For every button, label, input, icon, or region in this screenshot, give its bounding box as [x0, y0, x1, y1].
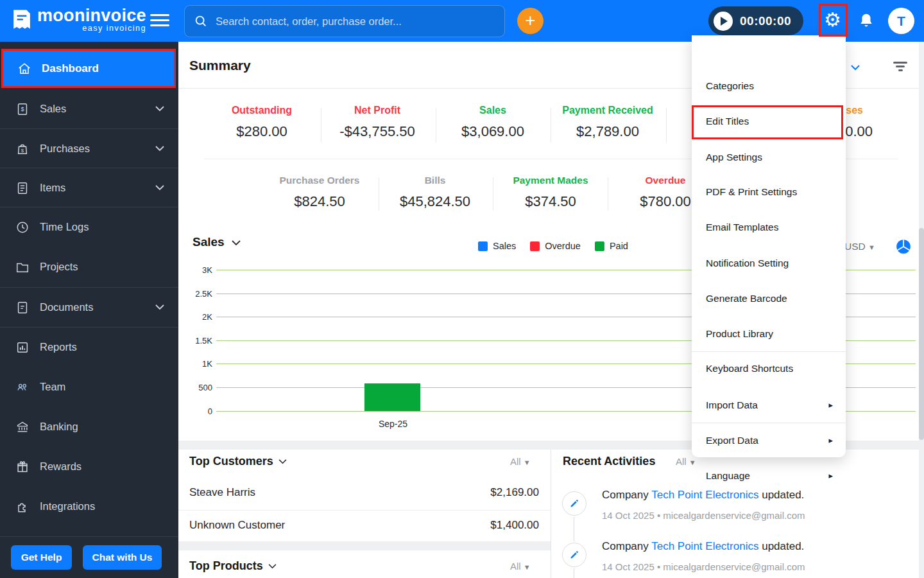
customer-row[interactable]: Unknown Customer $1,400.00: [189, 519, 539, 532]
sidebar-item-reports[interactable]: Reports: [0, 328, 178, 367]
menu-item-app-settings[interactable]: App Settings: [692, 140, 846, 175]
menu-divider: [692, 351, 846, 352]
legend-label: Sales: [493, 241, 516, 251]
notifications-bell-icon[interactable]: [858, 12, 875, 30]
sidebar-item-label: Items: [40, 182, 65, 194]
submenu-arrow-icon: ▸: [828, 423, 833, 458]
chat-with-us-button[interactable]: Chat with Us: [83, 545, 162, 570]
top-products-header: Top Products: [189, 559, 277, 573]
sidebar-item-team[interactable]: Team: [0, 367, 178, 407]
sidebar-item-label: Reports: [40, 341, 77, 353]
activity-suffix: updated.: [762, 540, 804, 552]
activity-edit-button[interactable]: [562, 543, 586, 567]
sidebar-footer-divider: [0, 536, 178, 537]
summary-card-label: Sales: [435, 105, 551, 116]
chart-legend: Sales Overdue Paid: [478, 241, 628, 251]
legend-swatch-sales: [478, 241, 488, 251]
x-tick: Sep-25: [366, 419, 420, 429]
time-tracker-button[interactable]: 00:00:00: [708, 6, 803, 35]
scrollbar-thumb[interactable]: [919, 228, 924, 440]
scrollbar-track: [919, 42, 924, 578]
chevron-down-icon[interactable]: [278, 459, 287, 464]
activity-prefix: Company: [602, 489, 649, 501]
pie-chart-toggle-icon[interactable]: [895, 238, 912, 255]
filter-value: All: [510, 561, 521, 572]
sidebar-item-purchases[interactable]: $ Purchases: [0, 129, 178, 168]
menu-item-keyboard-shortcuts[interactable]: Keyboard Shortcuts: [692, 351, 846, 386]
chart-title-dropdown[interactable]: Sales: [193, 235, 241, 249]
sales-invoice-icon: $: [15, 102, 30, 116]
logo-title: mooninvoice: [37, 6, 146, 26]
menu-item-import-data[interactable]: Import Data ▸: [692, 388, 846, 423]
caret-down-icon: ▼: [868, 243, 875, 251]
user-avatar[interactable]: T: [888, 8, 914, 34]
sidebar-item-integrations[interactable]: Integrations: [0, 487, 178, 526]
recent-activities-title: Recent Activities: [563, 455, 655, 468]
menu-item-product-library[interactable]: Product Library: [692, 317, 846, 351]
menu-item-export-data[interactable]: Export Data ▸: [692, 423, 846, 458]
section-gap: [178, 541, 551, 550]
timeline-connector: [574, 568, 574, 578]
sidebar-item-label: Purchases: [40, 143, 90, 155]
menu-item-generate-barcode[interactable]: Generate Barcode: [692, 281, 846, 316]
sidebar-item-rewards[interactable]: Rewards: [0, 447, 178, 486]
summary-card-value: -$43,755.50: [320, 123, 435, 140]
chevron-down-icon: [155, 185, 164, 191]
purchases-bag-icon: $: [15, 142, 30, 156]
chart-bar-paid[interactable]: [364, 383, 420, 411]
bank-icon: [15, 420, 30, 434]
customer-amount: $2,169.00: [490, 486, 539, 499]
menu-item-pdf-print-settings[interactable]: PDF & Print Settings: [692, 175, 846, 209]
filter-value: All: [510, 456, 521, 467]
sidebar-item-banking[interactable]: Banking: [0, 407, 178, 446]
top-customers-title: Top Customers: [189, 455, 273, 468]
y-tick: 3K: [187, 265, 212, 275]
search-icon: [194, 14, 208, 28]
submenu-arrow-icon: ▸: [828, 388, 833, 423]
sidebar-item-sales[interactable]: $ Sales: [0, 89, 178, 128]
activity-company-link[interactable]: Tech Point Electronics: [651, 540, 758, 552]
menu-item-language[interactable]: Language ▸: [692, 459, 846, 493]
menu-item-categories[interactable]: Categories: [692, 69, 846, 103]
chevron-down-icon[interactable]: [268, 564, 277, 569]
card-divider: [666, 108, 667, 143]
menu-item-notification-setting[interactable]: Notification Setting: [692, 246, 846, 281]
legend-item-paid: Paid: [595, 241, 628, 251]
sidebar-item-projects[interactable]: Projects: [0, 247, 178, 286]
activity-date: 14 Oct 2025: [602, 561, 654, 572]
search-input[interactable]: [216, 15, 495, 28]
logo-text: mooninvoice easy invoicing: [37, 6, 146, 33]
sidebar-item-label: Documents: [40, 301, 93, 313]
svg-text:$: $: [21, 148, 24, 153]
top-products-filter-dropdown[interactable]: All ▼: [510, 561, 531, 572]
hamburger-menu-icon[interactable]: [150, 14, 169, 28]
timer-value: 00:00:00: [740, 14, 791, 28]
chevron-down-icon: [155, 304, 164, 310]
filter-icon[interactable]: [893, 62, 907, 74]
menu-item-label: Import Data: [706, 399, 758, 410]
app-root: mooninvoice easy invoicing + 00:00:00 ⚙ …: [0, 0, 924, 578]
chevron-down-icon: [155, 146, 164, 152]
sidebar-item-label: Time Logs: [40, 221, 89, 233]
customer-row[interactable]: Steave Harris $2,169.00: [189, 486, 539, 499]
activity-meta: 14 Oct 2025 • micealgardenservice@gmail.…: [602, 561, 805, 572]
sidebar-item-items[interactable]: Items: [0, 168, 178, 207]
currency-value: USD: [844, 241, 866, 252]
top-customers-filter-dropdown[interactable]: All ▼: [510, 456, 531, 467]
svg-text:$: $: [21, 106, 24, 112]
quick-add-button[interactable]: +: [517, 8, 543, 34]
filter-value: All: [676, 456, 687, 467]
legend-swatch-overdue: [530, 241, 540, 251]
sidebar-item-documents[interactable]: Documents: [0, 288, 178, 327]
activity-edit-button[interactable]: [562, 491, 586, 516]
settings-gear-icon[interactable]: ⚙: [824, 9, 841, 31]
get-help-button[interactable]: Get Help: [11, 545, 72, 570]
menu-item-edit-titles[interactable]: Edit Titles: [692, 104, 846, 139]
currency-dropdown[interactable]: USD ▼: [844, 241, 875, 252]
sidebar-item-dashboard[interactable]: Dashboard: [1, 49, 176, 88]
sidebar-item-time-logs[interactable]: Time Logs: [0, 207, 178, 247]
menu-divider: [692, 423, 846, 423]
menu-item-email-templates[interactable]: Email Templates: [692, 210, 846, 245]
summary-card-value: $2,789.00: [550, 123, 665, 140]
global-search: [184, 5, 505, 37]
